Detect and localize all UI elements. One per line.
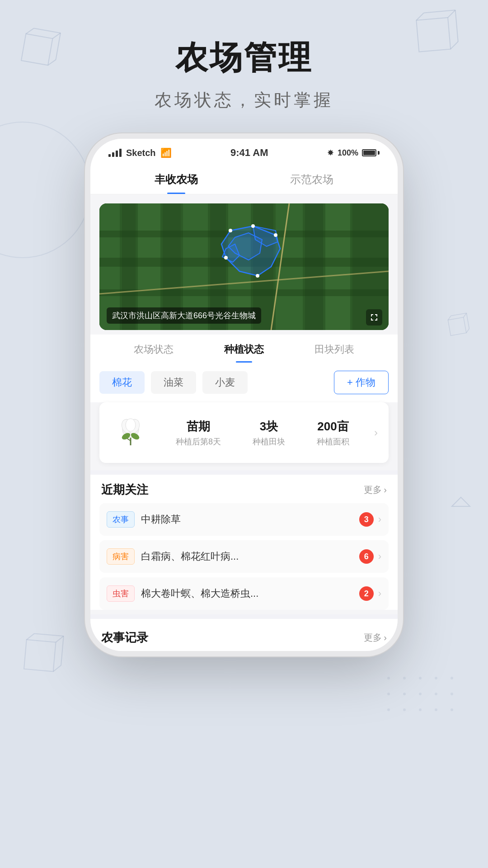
tag-disease-event: 病害 xyxy=(107,548,135,565)
wifi-icon: 📶 xyxy=(160,147,172,158)
records-header: 农事记录 更多 › xyxy=(90,623,398,651)
crop-plots-desc: 种植田块 xyxy=(253,436,285,447)
signal-icon xyxy=(108,149,122,157)
svg-line-18 xyxy=(53,665,61,672)
attention-badge-2: 2 xyxy=(359,586,374,601)
svg-point-37 xyxy=(403,708,406,711)
chevron-right-icon: › xyxy=(384,485,387,495)
attention-badge-0: 3 xyxy=(359,512,374,527)
page-subtitle: 农场状态，实时掌握 xyxy=(0,89,488,112)
attention-list: 农事 中耕除草 3 › 病害 白霜病、棉花红叶病... 6 › 虫害 棉大卷叶螟… xyxy=(90,503,398,610)
map-expand-button[interactable] xyxy=(366,309,382,326)
crop-plots-value: 3块 xyxy=(253,419,285,434)
tab-plant-status[interactable]: 种植状态 xyxy=(224,343,264,363)
tag-pest-event: 虫害 xyxy=(107,585,135,602)
svg-point-33 xyxy=(419,693,422,695)
tab-farm-demo[interactable]: 示范农场 xyxy=(244,172,380,194)
carrier-label: Sketch xyxy=(126,148,156,158)
attention-item-disease[interactable]: 病害 白霜病、棉花红叶病... 6 › xyxy=(99,540,389,573)
divider-2 xyxy=(90,614,398,619)
svg-point-30 xyxy=(450,677,453,679)
crop-stage-value: 苗期 xyxy=(176,419,221,434)
svg-point-29 xyxy=(435,677,437,679)
tab-field-list[interactable]: 田块列表 xyxy=(314,343,354,363)
attention-item-pest[interactable]: 虫害 棉大卷叶螟、棉大造桥虫... 2 › xyxy=(99,577,389,610)
svg-point-67 xyxy=(224,256,228,259)
svg-point-26 xyxy=(387,677,390,679)
status-tab-bar: 农场状态 种植状态 田块列表 xyxy=(90,335,398,363)
svg-point-28 xyxy=(419,677,422,679)
svg-point-34 xyxy=(435,693,437,695)
crop-btn-wheat[interactable]: 小麦 xyxy=(202,371,248,394)
svg-point-32 xyxy=(403,693,406,695)
attention-item-farm[interactable]: 农事 中耕除草 3 › xyxy=(99,503,389,536)
crop-filter-bar: 棉花 油菜 小麦 + 作物 xyxy=(90,363,398,402)
farm-tab-bar: 丰收农场 示范农场 xyxy=(90,163,398,194)
crop-image xyxy=(110,411,151,454)
crop-area-value: 200亩 xyxy=(317,419,349,434)
status-bar: Sketch 📶 9:41 AM ✸ 100% xyxy=(90,139,398,163)
attention-section-header: 近期关注 更多 › xyxy=(90,475,398,503)
attention-more-button[interactable]: 更多 › xyxy=(364,484,387,496)
svg-point-35 xyxy=(450,693,453,695)
map-address-label: 武汉市洪山区高新大道666号光谷生物城 xyxy=(107,307,261,324)
attention-item-text-2: 棉大卷叶螟、棉大造桥虫... xyxy=(141,587,359,600)
crop-stat-stage: 苗期 种植后第8天 xyxy=(176,419,221,447)
svg-point-65 xyxy=(274,233,277,237)
page-header: 农场管理 农场状态，实时掌握 xyxy=(0,0,488,130)
crop-area-desc: 种植面积 xyxy=(317,436,349,447)
attention-item-text-0: 中耕除草 xyxy=(141,513,359,526)
crop-stage-desc: 种植后第8天 xyxy=(176,436,221,447)
crop-card-arrow: › xyxy=(374,426,378,439)
records-section: 农事记录 更多 › xyxy=(90,619,398,651)
battery-icon xyxy=(362,149,380,156)
svg-point-36 xyxy=(387,708,390,711)
attention-title: 近期关注 xyxy=(101,482,148,498)
phone-mockup: Sketch 📶 9:41 AM ✸ 100% 丰收农场 示范 xyxy=(90,139,398,651)
attention-badge-1: 6 xyxy=(359,549,374,564)
crop-stats: 苗期 种植后第8天 3块 种植田块 200亩 种植面积 xyxy=(160,419,365,447)
crop-info-card[interactable]: 苗期 种植后第8天 3块 种植田块 200亩 种植面积 › xyxy=(99,402,389,463)
svg-point-27 xyxy=(403,677,406,679)
farm-map[interactable]: 武汉市洪山区高新大道666号光谷生物城 xyxy=(99,203,389,330)
divider-1 xyxy=(90,470,398,475)
phone-mockup-wrapper: Sketch 📶 9:41 AM ✸ 100% 丰收农场 示范 xyxy=(0,139,488,651)
svg-point-39 xyxy=(435,708,437,711)
crop-stat-area: 200亩 种植面积 xyxy=(317,419,349,447)
page-title: 农场管理 xyxy=(0,36,488,80)
records-title: 农事记录 xyxy=(101,630,148,646)
tag-farm-event: 农事 xyxy=(107,511,135,528)
svg-point-31 xyxy=(387,693,390,695)
svg-point-38 xyxy=(419,708,422,711)
attention-arrow-1: › xyxy=(378,551,381,562)
svg-point-40 xyxy=(450,708,453,711)
tab-farm-harvest[interactable]: 丰收农场 xyxy=(108,172,244,194)
attention-arrow-2: › xyxy=(378,588,381,599)
crop-btn-add[interactable]: + 作物 xyxy=(334,371,389,394)
tab-farm-status[interactable]: 农场状态 xyxy=(134,343,174,363)
records-more-button[interactable]: 更多 › xyxy=(364,632,387,644)
crop-btn-cotton[interactable]: 棉花 xyxy=(99,371,145,394)
svg-point-63 xyxy=(229,229,232,232)
status-left: Sketch 📶 xyxy=(108,147,172,158)
crop-stat-plots: 3块 种植田块 xyxy=(253,419,285,447)
bluetooth-icon: ✸ xyxy=(327,148,334,158)
crop-btn-rapeseed[interactable]: 油菜 xyxy=(151,371,196,394)
svg-point-66 xyxy=(256,274,259,278)
status-time: 9:41 AM xyxy=(230,147,268,159)
battery-percent: 100% xyxy=(338,148,358,158)
attention-item-text-1: 白霜病、棉花红叶病... xyxy=(141,550,359,563)
attention-arrow-0: › xyxy=(378,514,381,525)
chevron-right-icon-records: › xyxy=(384,632,387,643)
svg-point-64 xyxy=(251,224,255,228)
svg-point-73 xyxy=(126,419,136,431)
status-right: ✸ 100% xyxy=(327,148,380,158)
